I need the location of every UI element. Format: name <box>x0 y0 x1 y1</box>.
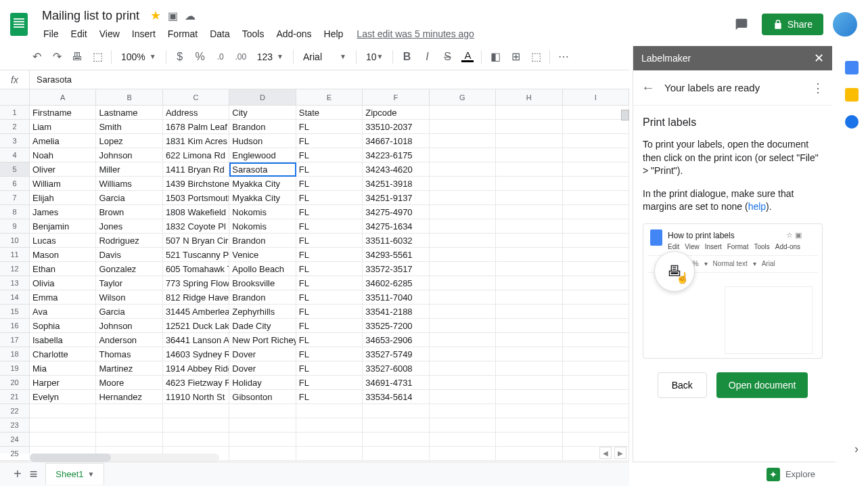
cell[interactable] <box>496 418 562 433</box>
cell[interactable]: Nokomis <box>229 205 296 219</box>
sheet-tab-1[interactable]: Sheet1▼ <box>45 463 104 485</box>
cell[interactable]: 34251-9137 <box>363 191 429 205</box>
cell[interactable]: 33525-7200 <box>363 319 429 333</box>
cell[interactable]: Zephyrhills <box>229 305 296 319</box>
account-avatar[interactable] <box>833 12 857 37</box>
expand-side-panel-icon[interactable]: › <box>854 442 859 456</box>
cell[interactable] <box>363 404 429 418</box>
cell[interactable]: 773 Spring Flow <box>163 276 229 290</box>
cell[interactable]: Rodriguez <box>96 234 162 248</box>
cell[interactable]: Jones <box>96 219 162 234</box>
select-all-corner[interactable] <box>0 89 30 106</box>
cell[interactable]: Apollo Beach <box>229 262 296 276</box>
horizontal-scrollbar[interactable] <box>30 454 219 462</box>
cell[interactable]: 33527-6008 <box>363 361 429 376</box>
row-header[interactable]: 18 <box>0 347 29 361</box>
cell[interactable] <box>496 290 562 305</box>
row-header[interactable]: 11 <box>0 248 29 262</box>
cell[interactable] <box>563 234 629 248</box>
cell[interactable]: Amelia <box>30 134 96 148</box>
cloud-status-icon[interactable]: ☁ <box>185 9 196 22</box>
cell[interactable]: Miller <box>96 162 162 177</box>
cell[interactable]: Hernandez <box>96 390 162 404</box>
cell[interactable] <box>563 333 629 347</box>
cell[interactable]: Anderson <box>96 333 162 347</box>
cell[interactable] <box>496 305 562 319</box>
cell[interactable] <box>563 319 629 333</box>
cell[interactable] <box>229 418 296 433</box>
cell[interactable]: 507 N Bryan Cir <box>163 234 229 248</box>
decrease-decimal-icon[interactable]: .0 <box>211 47 230 66</box>
menu-insert[interactable]: Insert <box>127 26 161 42</box>
cell[interactable] <box>563 390 629 404</box>
back-arrow-icon[interactable]: ← <box>641 80 655 95</box>
vertical-scrollbar[interactable] <box>621 89 629 448</box>
calendar-icon[interactable] <box>845 61 859 74</box>
cell[interactable]: Firstname <box>30 106 96 120</box>
row-header[interactable]: 9 <box>0 219 29 234</box>
move-folder-icon[interactable]: ▣ <box>168 9 178 22</box>
cell[interactable]: 34275-4970 <box>363 205 429 219</box>
cell[interactable]: FL <box>296 134 363 148</box>
menu-addons[interactable]: Add-ons <box>271 26 317 42</box>
cell[interactable]: Mia <box>30 361 96 376</box>
row-header[interactable]: 3 <box>0 134 29 148</box>
row-header[interactable]: 10 <box>0 234 29 248</box>
cell[interactable]: Garcia <box>96 305 162 319</box>
cell[interactable]: 31445 Amberlea <box>163 305 229 319</box>
cell[interactable] <box>430 433 496 447</box>
cell[interactable]: Emma <box>30 290 96 305</box>
cell[interactable]: Williams <box>96 177 162 191</box>
more-toolbar-icon[interactable]: ⋯ <box>554 47 573 66</box>
cell[interactable]: Liam <box>30 120 96 134</box>
cell[interactable] <box>563 404 629 418</box>
cell[interactable]: Gibsonton <box>229 390 296 404</box>
cell[interactable]: FL <box>296 120 363 134</box>
paint-format-icon[interactable]: ⬚ <box>88 47 107 66</box>
column-header[interactable]: E <box>296 89 363 105</box>
cell[interactable]: Wilson <box>96 290 162 305</box>
cell[interactable] <box>496 219 562 234</box>
cell[interactable]: 33541-2188 <box>363 305 429 319</box>
cell[interactable] <box>563 191 629 205</box>
cell[interactable]: FL <box>296 361 363 376</box>
explore-button[interactable]: ✦ Explore <box>760 465 822 484</box>
menu-view[interactable]: View <box>94 26 125 42</box>
cell[interactable]: Brooksville <box>229 276 296 290</box>
tasks-icon[interactable] <box>845 115 859 129</box>
cell[interactable] <box>430 404 496 418</box>
cell[interactable] <box>496 205 562 219</box>
strikethrough-icon[interactable]: S <box>438 47 457 66</box>
more-options-icon[interactable]: ⋮ <box>812 81 824 95</box>
row-header[interactable]: 2 <box>0 120 29 134</box>
cell[interactable]: FL <box>296 219 363 234</box>
cell[interactable] <box>496 333 562 347</box>
cell[interactable]: Noah <box>30 148 96 162</box>
cell[interactable] <box>563 162 629 177</box>
cell[interactable] <box>496 248 562 262</box>
cell[interactable]: 33527-5749 <box>363 347 429 361</box>
cell[interactable]: Zipcode <box>363 106 429 120</box>
column-header[interactable]: B <box>96 89 162 105</box>
column-header[interactable]: H <box>496 89 562 105</box>
cell[interactable]: Nokomis <box>229 219 296 234</box>
row-header[interactable]: 7 <box>0 191 29 205</box>
row-header[interactable]: 21 <box>0 390 29 404</box>
cell[interactable]: James <box>30 205 96 219</box>
cell[interactable]: Lastname <box>96 106 162 120</box>
row-header[interactable]: 16 <box>0 319 29 333</box>
cell[interactable]: Myakka City <box>229 191 296 205</box>
cell[interactable] <box>296 404 363 418</box>
cell[interactable] <box>296 447 363 461</box>
cell[interactable]: New Port Richey <box>229 333 296 347</box>
increase-decimal-icon[interactable]: .00 <box>231 47 250 66</box>
cell[interactable]: FL <box>296 333 363 347</box>
formula-input[interactable]: Sarasota <box>30 70 629 89</box>
cell[interactable]: City <box>229 106 296 120</box>
cell[interactable] <box>496 106 562 120</box>
cell[interactable]: 1831 Kim Acres <box>163 134 229 148</box>
cell[interactable] <box>563 376 629 390</box>
cell[interactable]: Venice <box>229 248 296 262</box>
row-header[interactable]: 19 <box>0 361 29 376</box>
row-header[interactable]: 5 <box>0 162 29 177</box>
